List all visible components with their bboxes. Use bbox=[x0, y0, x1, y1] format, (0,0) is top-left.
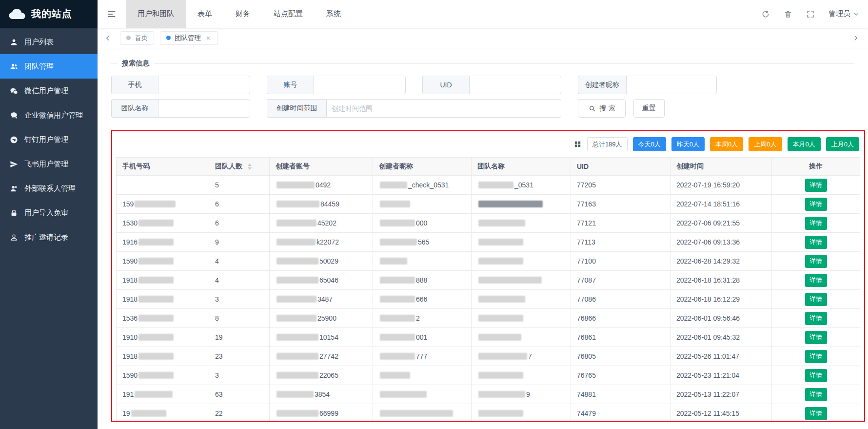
cell-created: 2022-06-18 16:31:28 bbox=[671, 271, 772, 290]
top-nav-item[interactable]: 站点配置 bbox=[262, 0, 315, 28]
cell-actions: 详情 bbox=[772, 195, 860, 214]
search-input[interactable] bbox=[158, 99, 250, 118]
search-field-group: 团队名称 bbox=[111, 99, 250, 118]
cell-account: 0492 bbox=[270, 176, 373, 195]
search-input[interactable] bbox=[158, 76, 250, 94]
search-form: 搜 索 重置 手机 账号 bbox=[111, 76, 865, 118]
cell-team-name bbox=[472, 271, 571, 290]
search-input[interactable] bbox=[314, 76, 406, 94]
table-row: 1918 4 65046 888 77087 2022-06-18 16:31:… bbox=[117, 271, 860, 290]
cell-account: 50029 bbox=[270, 252, 373, 271]
search-input[interactable] bbox=[626, 76, 717, 94]
redacted-text bbox=[380, 372, 410, 379]
redacted-text bbox=[138, 372, 174, 379]
cell-phone: 1918 bbox=[117, 271, 209, 290]
cell-members: 5 bbox=[209, 176, 270, 195]
detail-button[interactable]: 详情 bbox=[805, 350, 827, 363]
cell-actions: 详情 bbox=[772, 366, 860, 385]
cell-team-name: _0531 bbox=[472, 176, 571, 195]
reset-button[interactable]: 重置 bbox=[633, 99, 665, 118]
chevron-left-icon[interactable] bbox=[100, 35, 115, 41]
column-header: 操作 bbox=[772, 158, 860, 176]
sidebar-item[interactable]: 飞书用户管理 bbox=[0, 152, 98, 176]
column-header: UID bbox=[571, 158, 671, 176]
detail-button[interactable]: 详情 bbox=[805, 407, 827, 420]
sort-icon[interactable] bbox=[248, 163, 252, 170]
cell-members: 8 bbox=[209, 309, 270, 328]
sidebar-item[interactable]: 用户列表 bbox=[0, 30, 98, 54]
cell-actions: 详情 bbox=[772, 252, 860, 271]
cell-created: 2022-07-19 16:59:20 bbox=[671, 176, 772, 195]
table-row: 1590 4 50029 77100 2022-06-28 14:29:32 详… bbox=[117, 252, 860, 271]
detail-button[interactable]: 详情 bbox=[805, 312, 827, 325]
sidebar-item[interactable]: 企业微信用户管理 bbox=[0, 103, 98, 127]
detail-button[interactable]: 详情 bbox=[805, 217, 827, 230]
detail-button[interactable]: 详情 bbox=[805, 293, 827, 306]
cell-uid: 77113 bbox=[571, 233, 671, 252]
search-input[interactable] bbox=[326, 99, 561, 118]
cell-nickname: 001 bbox=[373, 328, 472, 347]
detail-button[interactable]: 详情 bbox=[805, 388, 827, 401]
wecom-icon bbox=[10, 111, 18, 120]
cell-team-name bbox=[472, 328, 571, 347]
sidebar-item-label: 推广邀请记录 bbox=[24, 233, 68, 242]
cell-team-name: 9 bbox=[472, 385, 571, 404]
detail-button[interactable]: 详情 bbox=[805, 255, 827, 268]
search-section-title: 搜索信息 bbox=[117, 59, 154, 68]
page-tab[interactable]: 团队管理 bbox=[160, 31, 218, 45]
detail-button[interactable]: 详情 bbox=[805, 198, 827, 211]
detail-button[interactable]: 详情 bbox=[805, 236, 827, 249]
sidebar-item[interactable]: 钉钉用户管理 bbox=[0, 127, 98, 152]
cell-account: 27742 bbox=[270, 347, 373, 366]
detail-button[interactable]: 详情 bbox=[805, 369, 827, 382]
trash-icon[interactable] bbox=[784, 10, 792, 19]
cell-created: 2022-06-01 09:45:32 bbox=[671, 328, 772, 347]
redacted-text bbox=[478, 334, 521, 341]
teams-table: 手机号码 团队人数 创建者账号 bbox=[116, 157, 860, 422]
cell-uid: 77121 bbox=[571, 214, 671, 233]
fullscreen-icon[interactable] bbox=[806, 10, 815, 19]
cell-nickname: _check_0531 bbox=[373, 176, 472, 195]
redacted-text bbox=[380, 220, 415, 226]
cell-actions: 详情 bbox=[772, 328, 860, 347]
user-icon bbox=[10, 38, 18, 46]
redacted-text bbox=[478, 220, 525, 226]
detail-button[interactable]: 详情 bbox=[805, 179, 827, 192]
cell-created: 2022-06-01 09:56:46 bbox=[671, 309, 772, 328]
column-grid-icon[interactable] bbox=[573, 140, 582, 148]
top-nav-item[interactable]: 表单 bbox=[186, 0, 224, 28]
sidebar-item-label: 外部联系人管理 bbox=[24, 184, 76, 193]
redacted-text bbox=[380, 201, 410, 207]
table-header: 手机号码 团队人数 创建者账号 bbox=[117, 158, 860, 176]
stats-row: 总计189人 今天0人 昨天0人 本周0人 上周0人 本月0人 上月0人 bbox=[116, 136, 860, 157]
top-nav-item[interactable]: 财务 bbox=[224, 0, 262, 28]
search-button[interactable]: 搜 索 bbox=[578, 99, 626, 118]
redacted-text bbox=[276, 334, 318, 341]
user-menu[interactable]: 管理员 bbox=[829, 9, 859, 19]
sidebar-item[interactable]: 团队管理 bbox=[0, 54, 98, 79]
sidebar-item-label: 用户列表 bbox=[24, 38, 54, 47]
cell-account: 3854 bbox=[270, 385, 373, 404]
main-area: 首页 团队管理 搜索信息 bbox=[98, 28, 868, 429]
sidebar-item[interactable]: 外部联系人管理 bbox=[0, 176, 98, 201]
cell-phone: 19 bbox=[117, 404, 209, 422]
top-nav-item[interactable]: 系统 bbox=[315, 0, 353, 28]
redacted-text bbox=[138, 239, 174, 245]
close-tab-icon[interactable] bbox=[205, 35, 212, 41]
menu-icon[interactable] bbox=[98, 0, 126, 28]
search-input[interactable] bbox=[469, 76, 561, 94]
sidebar-item[interactable]: 微信用户管理 bbox=[0, 79, 98, 103]
refresh-icon[interactable] bbox=[761, 10, 770, 19]
detail-button[interactable]: 详情 bbox=[805, 274, 827, 287]
top-nav-item[interactable]: 用户和团队 bbox=[126, 0, 186, 28]
redacted-text bbox=[478, 239, 523, 245]
table-row: 1590 3 22065 76765 2022-05-23 11:21:04 详… bbox=[117, 366, 860, 385]
sidebar-item[interactable]: 用户导入免审 bbox=[0, 201, 98, 225]
chevron-right-icon[interactable] bbox=[848, 35, 863, 41]
page-tab[interactable]: 首页 bbox=[120, 31, 154, 45]
tab-status-dot bbox=[126, 36, 131, 40]
cell-nickname bbox=[373, 366, 472, 385]
redacted-text bbox=[380, 239, 417, 245]
detail-button[interactable]: 详情 bbox=[805, 331, 827, 344]
sidebar-item[interactable]: 推广邀请记录 bbox=[0, 225, 98, 249]
